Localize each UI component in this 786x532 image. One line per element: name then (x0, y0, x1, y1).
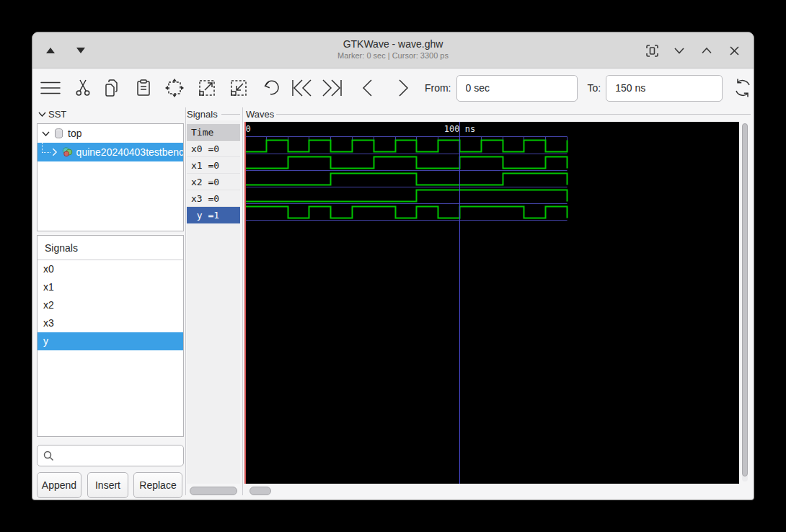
signal-search-field[interactable] (37, 445, 184, 466)
to-input[interactable] (606, 75, 723, 102)
scissors-icon (74, 79, 92, 97)
wave-row-label-x2[interactable]: x2 =0 (187, 174, 240, 190)
zoom-in-button[interactable] (195, 75, 218, 101)
undo-icon (262, 79, 281, 97)
signal-list-item-x1[interactable]: x1 (37, 278, 183, 296)
undo-button[interactable] (260, 75, 283, 101)
sst-label: SST (48, 109, 66, 120)
signals-list-header: Signals (37, 236, 183, 260)
wave-canvas: 0100 ns (244, 122, 739, 484)
signal-names-panel: Time x0 =0 x1 =0 x2 =0 x3 =0 y =1 (187, 120, 240, 484)
scrollbar-thumb[interactable] (742, 123, 748, 476)
chevron-up-icon (702, 48, 712, 54)
zoom-out-button[interactable] (228, 75, 250, 101)
waves-frame-line (276, 114, 751, 115)
skip-to-start-button[interactable] (291, 75, 314, 101)
triangle-down-icon (76, 48, 85, 53)
main-toolbar: From: To: (32, 68, 754, 107)
pane-splitter-right[interactable] (242, 107, 243, 495)
wave-row-label-x1[interactable]: x1 =0 (187, 157, 240, 174)
shift-down-button[interactable] (73, 43, 89, 58)
copy-button[interactable] (102, 75, 124, 101)
scope-icon (53, 128, 64, 139)
tree-item-label: quine20240403testbench (76, 146, 183, 158)
maximize-button[interactable] (699, 43, 715, 58)
tree-item-testbench[interactable]: quine20240403testbench (37, 143, 183, 161)
append-button[interactable]: Append (37, 472, 81, 498)
prev-edge-button[interactable] (356, 75, 378, 101)
title-bar: GTKWave - wave.ghw Marker: 0 sec | Curso… (32, 32, 754, 68)
sst-expander[interactable]: SST (38, 109, 66, 120)
sst-tree: top quine20240403testbench (37, 123, 184, 231)
gtkwave-window: GTKWave - wave.ghw Marker: 0 sec | Curso… (32, 32, 754, 500)
tree-item-top[interactable]: top (37, 124, 183, 143)
search-icon (43, 451, 54, 461)
names-horizontal-scrollbar[interactable] (188, 487, 239, 495)
scrollbar-thumb[interactable] (190, 487, 237, 495)
signals-list-panel: Signals x0 x1 x2 x3 y (37, 235, 184, 437)
chevron-right-icon (397, 78, 411, 98)
triangle-up-icon (46, 48, 55, 53)
reload-button[interactable] (731, 75, 754, 101)
close-button[interactable] (726, 43, 742, 58)
to-label: To: (588, 82, 601, 94)
wave-row-label-x3[interactable]: x3 =0 (187, 190, 240, 207)
wave-row-label-y[interactable]: y =1 (187, 207, 240, 223)
names-frame-line (221, 114, 240, 115)
reload-icon (733, 78, 753, 98)
signal-list-item-x2[interactable]: x2 (37, 296, 183, 314)
shift-up-button[interactable] (43, 43, 58, 58)
zoom-out-icon (229, 78, 249, 98)
tree-branch-line (42, 143, 50, 153)
tree-item-label: top (68, 128, 81, 139)
next-edge-button[interactable] (392, 75, 415, 101)
time-column-header[interactable]: Time (187, 124, 240, 141)
scrollbar-thumb[interactable] (250, 487, 271, 495)
skip-to-start-icon (291, 78, 313, 98)
skip-to-end-icon (321, 78, 343, 98)
fullscreen-button[interactable] (644, 43, 660, 58)
wave-row-label-x0[interactable]: x0 =0 (187, 141, 240, 157)
from-label: From: (425, 82, 451, 94)
waves-horizontal-scrollbar[interactable] (250, 487, 751, 495)
wave-display-area[interactable]: 0100 ns (244, 122, 739, 484)
replace-button[interactable]: Replace (133, 472, 182, 498)
paste-button[interactable] (132, 75, 154, 101)
signal-list-item-x0[interactable]: x0 (37, 260, 183, 278)
fullscreen-icon (646, 45, 658, 57)
expander-down-icon (42, 131, 50, 136)
cut-button[interactable] (72, 75, 94, 101)
chevron-down-icon (674, 48, 684, 54)
paste-icon (135, 79, 152, 97)
zoom-in-icon (197, 78, 217, 98)
close-icon (730, 46, 739, 56)
svg-text:0: 0 (246, 124, 251, 134)
action-buttons: Append Insert Replace (37, 472, 184, 498)
from-input[interactable] (456, 75, 578, 102)
insert-button[interactable]: Insert (87, 472, 128, 498)
waves-vertical-scrollbar[interactable] (742, 123, 748, 482)
expander-down-icon (38, 112, 46, 117)
signal-list-item-y[interactable]: y (37, 332, 183, 350)
skip-to-end-button[interactable] (320, 75, 343, 101)
minimize-button[interactable] (671, 43, 687, 58)
pane-splitter-left[interactable] (185, 107, 186, 495)
menu-button[interactable] (40, 75, 62, 101)
module-icon (61, 146, 73, 158)
menu-icon (40, 79, 61, 97)
copy-icon (104, 79, 121, 97)
waves-frame-label: Waves (246, 109, 274, 120)
signal-list-item-x3[interactable]: x3 (37, 314, 183, 332)
expander-right-icon (52, 148, 58, 156)
names-frame-label: Signals (187, 109, 218, 120)
zoom-fit-button[interactable] (163, 75, 185, 101)
chevron-left-icon (360, 78, 374, 98)
zoom-fit-icon (164, 78, 185, 98)
